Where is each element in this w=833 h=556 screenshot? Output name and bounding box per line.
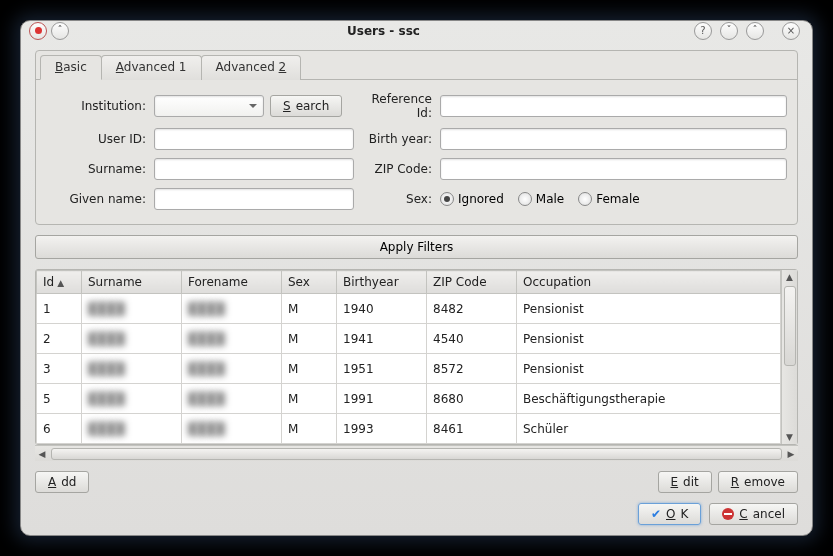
sex-radio-ignored[interactable]: Ignored [440, 192, 504, 206]
cell-occupation: Pensionist [517, 294, 781, 324]
dialog-window: ˆ Users - ssc ? ˇ ˆ × Basic Advanced 1 A… [20, 20, 813, 536]
birth-year-label: Birth year: [362, 132, 432, 146]
users-table: Id▲ Surname Forename Sex Birthyear ZIP C… [36, 270, 781, 444]
cell-birthyear: 1951 [337, 354, 427, 384]
cell-id: 2 [37, 324, 82, 354]
ok-button[interactable]: ✔OK [638, 503, 701, 525]
col-occupation[interactable]: Occupation [517, 271, 781, 294]
close-button[interactable]: × [782, 22, 800, 40]
cell-sex: M [282, 354, 337, 384]
cell-sex: M [282, 414, 337, 444]
cell-zip: 4540 [427, 324, 517, 354]
user-id-label: User ID: [46, 132, 146, 146]
table-row[interactable]: 5████████M19918680Beschäftigungstherapie [37, 384, 781, 414]
add-button[interactable]: Add [35, 471, 89, 493]
sort-asc-icon: ▲ [57, 278, 64, 288]
sex-label: Sex: [362, 192, 432, 206]
sex-radio-male[interactable]: Male [518, 192, 564, 206]
rollup-button[interactable]: ˆ [51, 22, 69, 40]
reference-id-label: Reference Id: [362, 92, 432, 120]
cell-forename: ████ [182, 354, 282, 384]
edit-button[interactable]: Edit [658, 471, 712, 493]
institution-combo[interactable] [154, 95, 264, 117]
cell-id: 5 [37, 384, 82, 414]
col-id[interactable]: Id▲ [37, 271, 82, 294]
birth-year-input[interactable] [440, 128, 787, 150]
cell-birthyear: 1941 [337, 324, 427, 354]
given-name-input[interactable] [154, 188, 354, 210]
given-name-label: Given name: [46, 192, 146, 206]
cell-id: 6 [37, 414, 82, 444]
col-sex[interactable]: Sex [282, 271, 337, 294]
tab-basic[interactable]: Basic [40, 55, 102, 80]
cancel-icon [722, 508, 734, 520]
surname-label: Surname: [46, 162, 146, 176]
cell-zip: 8680 [427, 384, 517, 414]
cell-surname: ████ [82, 294, 182, 324]
scroll-up-icon[interactable]: ▲ [782, 270, 797, 284]
cell-id: 3 [37, 354, 82, 384]
record-icon[interactable] [29, 22, 47, 40]
results-area: Id▲ Surname Forename Sex Birthyear ZIP C… [35, 269, 798, 461]
cell-zip: 8482 [427, 294, 517, 324]
cell-id: 1 [37, 294, 82, 324]
check-icon: ✔ [651, 507, 661, 521]
cell-surname: ████ [82, 384, 182, 414]
cell-zip: 8461 [427, 414, 517, 444]
horizontal-scrollbar[interactable]: ◀ ▶ [35, 445, 798, 461]
sex-radio-group: Ignored Male Female [440, 192, 787, 206]
cell-forename: ████ [182, 294, 282, 324]
titlebar: ˆ Users - ssc ? ˇ ˆ × [21, 21, 812, 40]
apply-filters-button[interactable]: Apply Filters [35, 235, 798, 259]
cell-surname: ████ [82, 414, 182, 444]
cell-sex: M [282, 384, 337, 414]
cell-sex: M [282, 294, 337, 324]
cell-forename: ████ [182, 384, 282, 414]
sex-radio-female[interactable]: Female [578, 192, 639, 206]
cell-sex: M [282, 324, 337, 354]
col-forename[interactable]: Forename [182, 271, 282, 294]
minimize-button[interactable]: ˇ [720, 22, 738, 40]
table-row[interactable]: 6████████M19938461Schüler [37, 414, 781, 444]
cell-occupation: Pensionist [517, 354, 781, 384]
cell-forename: ████ [182, 324, 282, 354]
scroll-down-icon[interactable]: ▼ [782, 430, 797, 444]
cell-birthyear: 1991 [337, 384, 427, 414]
cell-forename: ████ [182, 414, 282, 444]
col-birthyear[interactable]: Birthyear [337, 271, 427, 294]
scroll-left-icon[interactable]: ◀ [35, 449, 49, 459]
reference-id-input[interactable] [440, 95, 787, 117]
cell-surname: ████ [82, 324, 182, 354]
tab-advanced-2[interactable]: Advanced 2 [201, 55, 302, 80]
window-title: Users - ssc [73, 24, 694, 38]
col-surname[interactable]: Surname [82, 271, 182, 294]
table-row[interactable]: 2████████M19414540Pensionist [37, 324, 781, 354]
remove-button[interactable]: Remove [718, 471, 798, 493]
table-row[interactable]: 3████████M19518572Pensionist [37, 354, 781, 384]
cell-occupation: Beschäftigungstherapie [517, 384, 781, 414]
cell-birthyear: 1993 [337, 414, 427, 444]
cell-occupation: Schüler [517, 414, 781, 444]
table-row[interactable]: 1████████M19408482Pensionist [37, 294, 781, 324]
search-button[interactable]: Search [270, 95, 342, 117]
vertical-scrollbar[interactable]: ▲ ▼ [781, 270, 797, 444]
user-id-input[interactable] [154, 128, 354, 150]
help-button[interactable]: ? [694, 22, 712, 40]
tab-advanced-1[interactable]: Advanced 1 [101, 55, 202, 80]
institution-label: Institution: [46, 99, 146, 113]
cell-surname: ████ [82, 354, 182, 384]
col-zip[interactable]: ZIP Code [427, 271, 517, 294]
zip-input[interactable] [440, 158, 787, 180]
surname-input[interactable] [154, 158, 354, 180]
zip-label: ZIP Code: [362, 162, 432, 176]
cell-occupation: Pensionist [517, 324, 781, 354]
cell-birthyear: 1940 [337, 294, 427, 324]
cell-zip: 8572 [427, 354, 517, 384]
filter-tabs: Basic Advanced 1 Advanced 2 Institution:… [35, 50, 798, 225]
scroll-thumb[interactable] [784, 286, 796, 366]
maximize-button[interactable]: ˆ [746, 22, 764, 40]
hscroll-thumb[interactable] [51, 448, 782, 460]
scroll-right-icon[interactable]: ▶ [784, 449, 798, 459]
cancel-button[interactable]: Cancel [709, 503, 798, 525]
